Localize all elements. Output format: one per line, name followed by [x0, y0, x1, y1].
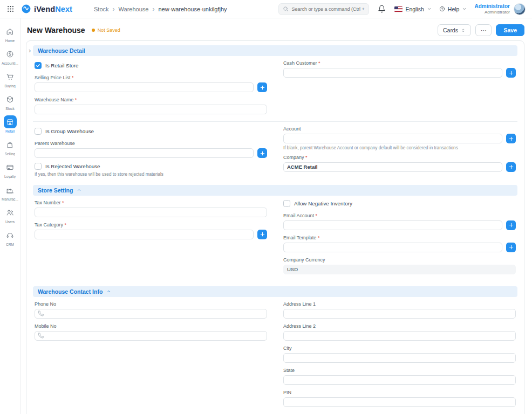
search-icon: [283, 6, 289, 12]
address-line-1-input[interactable]: [283, 309, 516, 319]
sidebar-label: Buying: [4, 84, 15, 88]
help-icon: [439, 6, 445, 12]
sidebar-item-loyalty[interactable]: Loyalty: [0, 161, 21, 178]
global-search[interactable]: [278, 3, 369, 15]
field-label: Parent Warehouse: [35, 141, 267, 146]
is-group-warehouse-checkbox[interactable]: Is Group Warehouse: [35, 128, 267, 135]
checkbox-label: Allow Negative Inventory: [294, 201, 352, 206]
warehouse-name-input[interactable]: [35, 105, 267, 114]
pin-field: PIN: [283, 390, 516, 407]
company-add-button[interactable]: [506, 162, 516, 172]
sidebar-item-selling[interactable]: Selling: [0, 138, 21, 156]
address-line-2-field: Address Line 2: [283, 323, 516, 341]
us-flag-icon: [394, 6, 403, 12]
page-title: New Warehouse: [27, 26, 85, 34]
breadcrumb-warehouse[interactable]: Warehouse: [119, 6, 149, 12]
breadcrumb-current: new-warehouse-unkilgfjhy: [158, 6, 227, 12]
warehouse-form: › Warehouse Detail Is Retail Store Selli…: [26, 40, 524, 414]
breadcrumb-separator: ›: [113, 5, 115, 13]
tax-number-field: Tax Number *: [35, 200, 267, 217]
account-add-button[interactable]: [506, 134, 516, 143]
avatar: [514, 3, 526, 15]
stock-box-icon: [4, 93, 17, 106]
selling-price-list-input[interactable]: [35, 82, 254, 92]
save-button[interactable]: Save: [496, 24, 524, 36]
pin-input[interactable]: [283, 397, 516, 407]
expand-sidebar-toggle[interactable]: ›: [28, 46, 32, 55]
page-header: New Warehouse Not Saved Cards ⋯ Save: [21, 18, 532, 40]
sidebar-item-buying[interactable]: Buying: [0, 70, 21, 88]
field-label: Tax Number *: [35, 200, 267, 205]
chevron-up-icon: [77, 188, 81, 192]
sidebar-label: Manufac...: [2, 197, 18, 201]
more-options-button[interactable]: ⋯: [475, 24, 492, 36]
section-warehouse-detail[interactable]: Warehouse Detail: [33, 45, 517, 56]
cash-customer-input[interactable]: [283, 68, 502, 78]
checkbox-checked-icon[interactable]: [35, 62, 42, 69]
cash-customer-add-button[interactable]: [506, 68, 516, 78]
city-input[interactable]: [283, 353, 516, 363]
field-label: Mobile No: [35, 323, 267, 329]
tax-category-input[interactable]: [35, 230, 254, 239]
sidebar-item-accounting[interactable]: Accounti...: [0, 47, 21, 65]
section-warehouse-contact-info[interactable]: Warehouse Contact Info: [33, 286, 517, 297]
field-label: City: [283, 346, 516, 351]
address-line-2-input[interactable]: [283, 331, 516, 341]
sidebar-item-manufacturing[interactable]: Manufac...: [0, 183, 21, 201]
field-label: Cash Customer *: [283, 60, 516, 66]
state-input[interactable]: [283, 375, 516, 385]
sidebar-label: Home: [5, 39, 15, 43]
field-label: PIN: [283, 390, 516, 395]
tax-number-input[interactable]: [35, 208, 267, 217]
main-content: New Warehouse Not Saved Cards ⋯ Save › W…: [21, 18, 532, 414]
checkbox-unchecked-icon[interactable]: [35, 128, 42, 135]
tax-category-add-button[interactable]: [257, 230, 267, 239]
search-input[interactable]: [291, 6, 365, 12]
breadcrumb-separator: ›: [152, 5, 154, 13]
cards-view-button[interactable]: Cards: [438, 24, 471, 36]
phone-no-input[interactable]: [35, 309, 267, 319]
email-template-input[interactable]: [283, 243, 502, 252]
account-input[interactable]: [283, 134, 502, 143]
checkbox-unchecked-icon[interactable]: [35, 163, 42, 170]
breadcrumb-stock[interactable]: Stock: [94, 6, 109, 12]
email-template-field: Email Template *: [283, 235, 516, 252]
is-retail-store-checkbox[interactable]: Is Retail Store: [35, 62, 267, 69]
sidebar-label: Retail: [5, 129, 15, 133]
retail-store-icon: [4, 115, 17, 128]
sidebar-item-crm[interactable]: CRM: [0, 229, 21, 246]
sidebar-label: Stock: [5, 107, 15, 111]
apps-grid-icon[interactable]: [6, 5, 15, 13]
is-rejected-warehouse-checkbox[interactable]: Is Rejected Warehouse: [35, 163, 267, 170]
field-label: Email Account *: [283, 213, 516, 218]
sidebar-item-retail[interactable]: Retail: [0, 115, 21, 133]
mobile-no-input[interactable]: [35, 331, 267, 341]
selling-bag-icon: [4, 138, 17, 151]
sidebar-item-users[interactable]: Users: [0, 206, 21, 224]
field-label: State: [283, 368, 516, 373]
app-logo[interactable]: iVendNext: [21, 4, 72, 14]
company-currency-value: USD: [283, 265, 516, 274]
email-account-input[interactable]: [283, 220, 502, 230]
phone-icon: [38, 310, 44, 316]
user-menu[interactable]: Administrator Administrator: [474, 3, 526, 15]
field-label: Phone No: [35, 301, 267, 307]
state-field: State: [283, 368, 516, 385]
selling-price-list-add-button[interactable]: [257, 82, 267, 92]
sidebar-item-home[interactable]: Home: [0, 25, 21, 43]
help-menu[interactable]: Help: [439, 6, 467, 12]
company-field: Company *: [283, 155, 516, 172]
sidebar-item-stock[interactable]: Stock: [0, 93, 21, 111]
notifications-bell-icon[interactable]: [377, 4, 387, 14]
parent-warehouse-add-button[interactable]: [257, 148, 267, 158]
allow-negative-inventory-checkbox[interactable]: Allow Negative Inventory: [283, 200, 516, 207]
section-store-setting[interactable]: Store Setting: [33, 185, 517, 196]
language-selector[interactable]: English: [394, 6, 431, 12]
email-account-add-button[interactable]: [506, 220, 516, 230]
crm-headset-icon: [4, 229, 17, 242]
email-template-add-button[interactable]: [506, 243, 516, 252]
parent-warehouse-input[interactable]: [35, 148, 254, 158]
company-input[interactable]: [283, 162, 502, 172]
checkbox-unchecked-icon[interactable]: [283, 200, 290, 207]
selling-price-list-field: Selling Price List *: [35, 75, 267, 92]
